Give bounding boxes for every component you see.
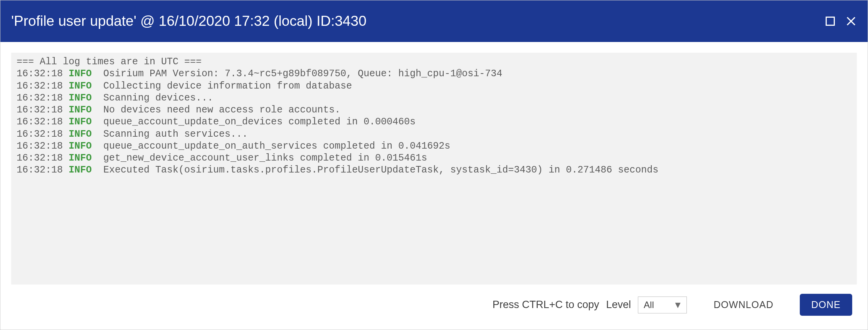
close-icon[interactable] (845, 15, 857, 27)
log-time: 16:32:18 (17, 116, 69, 127)
log-message: No devices need new access role accounts… (92, 104, 340, 116)
log-line: 16:32:18 INFO No devices need new access… (17, 104, 851, 116)
window-controls (824, 15, 857, 27)
log-level: INFO (69, 92, 92, 104)
download-button[interactable]: DOWNLOAD (705, 295, 782, 315)
level-label: Level (606, 299, 631, 311)
log-line: 16:32:18 INFO Osirium PAM Version: 7.3.4… (17, 68, 851, 80)
log-level: INFO (69, 152, 92, 164)
copy-hint: Press CTRL+C to copy (493, 299, 599, 311)
log-time: 16:32:18 (17, 129, 69, 140)
dialog-title: 'Profile user update' @ 16/10/2020 17:32… (11, 13, 367, 29)
chevron-down-icon: ▼ (673, 300, 683, 310)
log-dialog: 'Profile user update' @ 16/10/2020 17:32… (0, 0, 868, 330)
log-message: Osirium PAM Version: 7.3.4~rc5+g89bf0897… (92, 68, 502, 79)
log-line: 16:32:18 INFO Collecting device informat… (17, 80, 851, 92)
log-level: INFO (69, 129, 92, 140)
svg-rect-0 (826, 17, 834, 25)
log-message: Scanning auth services... (92, 129, 248, 140)
log-line: 16:32:18 INFO Executed Task(osirium.task… (17, 164, 851, 176)
log-output[interactable]: === All log times are in UTC ===16:32:18… (11, 53, 857, 285)
log-level: INFO (69, 80, 92, 92)
log-message: Executed Task(osirium.tasks.profiles.Pro… (92, 164, 658, 176)
log-line: 16:32:18 INFO get_new_device_account_use… (17, 152, 851, 164)
log-message: queue_account_update_on_auth_services co… (92, 141, 450, 152)
log-message: Scanning devices... (92, 92, 213, 104)
dialog-footer: Press CTRL+C to copy Level All ▼ DOWNLOA… (11, 285, 857, 319)
maximize-icon[interactable] (824, 15, 836, 27)
log-time: 16:32:18 (17, 152, 69, 164)
done-button[interactable]: DONE (800, 294, 852, 316)
log-line: 16:32:18 INFO Scanning devices... (17, 92, 851, 104)
titlebar: 'Profile user update' @ 16/10/2020 17:32… (0, 0, 868, 42)
log-time: 16:32:18 (17, 68, 69, 79)
log-level: INFO (69, 164, 92, 176)
log-message: get_new_device_account_user_links comple… (92, 152, 427, 164)
log-level: INFO (69, 104, 92, 116)
log-level: INFO (69, 68, 92, 79)
log-time: 16:32:18 (17, 141, 69, 152)
log-line: 16:32:18 INFO queue_account_update_on_au… (17, 140, 851, 152)
log-line: 16:32:18 INFO queue_account_update_on_de… (17, 116, 851, 128)
level-select[interactable]: All ▼ (638, 296, 686, 313)
dialog-content: === All log times are in UTC ===16:32:18… (0, 42, 868, 330)
log-message: Collecting device information from datab… (92, 80, 352, 92)
scroll-spacer (17, 176, 857, 177)
log-time: 16:32:18 (17, 80, 69, 92)
log-time: 16:32:18 (17, 92, 69, 104)
log-line: 16:32:18 INFO Scanning auth services... (17, 128, 851, 140)
log-message: queue_account_update_on_devices complete… (92, 116, 415, 127)
log-time: 16:32:18 (17, 164, 69, 176)
log-header: === All log times are in UTC === (17, 56, 851, 68)
level-select-value: All (644, 300, 654, 310)
log-time: 16:32:18 (17, 104, 69, 116)
log-level: INFO (69, 141, 92, 152)
log-level: INFO (69, 116, 92, 127)
